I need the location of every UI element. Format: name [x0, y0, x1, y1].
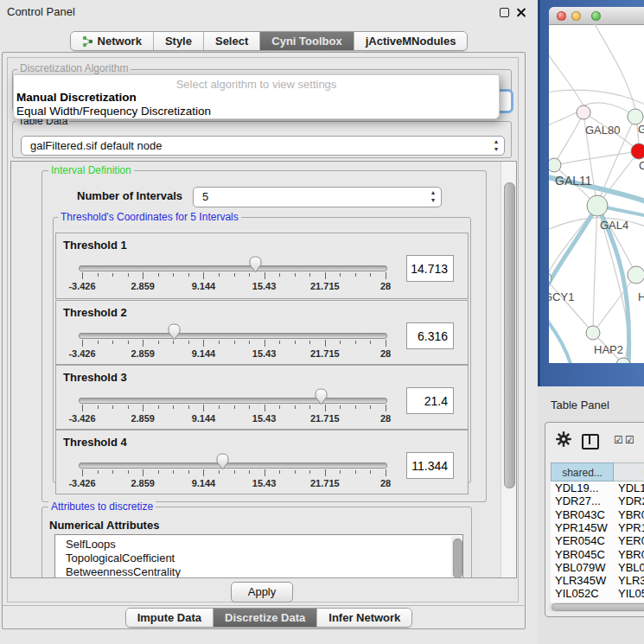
table-row[interactable]: YER054CYER054C	[551, 534, 644, 547]
network-view-window: GAL80GACGAL11GAL4GCY1HHAP2	[549, 7, 644, 363]
slider-tick	[158, 470, 159, 474]
node-gal80[interactable]	[577, 105, 590, 119]
threshold-slider-thumb[interactable]	[168, 323, 181, 341]
bottom-tab-label: Impute Data	[137, 611, 201, 624]
threshold-panel: Threshold 1-3.4262.8599.14415.4321.71528…	[55, 233, 469, 299]
column-header-name[interactable]: name	[614, 462, 644, 481]
slider-tick	[249, 470, 250, 474]
split-view-icon[interactable]	[582, 434, 599, 450]
algorithm-option-equal-width-frequency[interactable]: Equal Width/Frequency Discretization	[16, 105, 211, 118]
numerical-attributes-list[interactable]: SelfLoopsTopologicalCoefficientBetweenne…	[54, 534, 463, 578]
number-of-intervals-spinner[interactable]: 5 ▴▾	[193, 187, 442, 207]
slider-tick	[340, 273, 341, 277]
slider-tick	[325, 469, 326, 476]
tab-style[interactable]: Style	[154, 32, 204, 50]
slider-tick	[219, 341, 220, 344]
node-right[interactable]	[628, 266, 644, 284]
tab-select[interactable]: Select	[204, 32, 260, 50]
threshold-label: Threshold 4	[63, 436, 127, 449]
attributes-scrollbar[interactable]	[451, 536, 462, 578]
table-row[interactable]: YBL079WYBL079W	[551, 561, 644, 574]
list-item[interactable]: TopologicalCoefficient	[66, 552, 175, 564]
table-horizontal-scrollbar[interactable]	[549, 603, 644, 612]
slider-tick	[112, 405, 113, 409]
threshold-value-field[interactable]: 21.4	[406, 387, 454, 414]
table-row[interactable]: YBR045CYBR045C	[551, 548, 644, 561]
table-row[interactable]: YLR345WYLR345W	[551, 574, 644, 587]
tab-cyni-toolbox[interactable]: Cyni Toolbox	[260, 32, 354, 50]
slider-tick	[128, 341, 129, 344]
gear-icon[interactable]	[556, 431, 571, 447]
bottom-tab-impute-data[interactable]: Impute Data	[126, 609, 214, 627]
slider-tick	[340, 405, 341, 409]
table-row[interactable]: YDL19...YDL19...	[551, 481, 644, 494]
slider-tick	[234, 273, 235, 277]
slider-tick	[279, 405, 280, 409]
threshold-slider-track[interactable]	[79, 462, 387, 469]
node-gal11[interactable]	[549, 158, 561, 172]
network-edge-highlighted	[549, 206, 597, 296]
slider-tick	[340, 341, 341, 344]
threshold-value-field[interactable]: 14.713	[406, 255, 454, 282]
threshold-slider-track[interactable]	[79, 265, 387, 271]
slider-tick	[203, 340, 204, 347]
checkbox-checked-icon[interactable]: ☑	[614, 434, 623, 446]
threshold-slider-track[interactable]	[79, 398, 387, 404]
table-cell-name: YDR27...	[618, 494, 644, 507]
list-item[interactable]: BetweennessCentrality	[66, 565, 181, 578]
top-tab-bar: NetworkStyleSelectCyni ToolboxjActiveMNo…	[0, 31, 538, 51]
node-red[interactable]	[631, 143, 644, 159]
table-row[interactable]: YBR043CYBR043C	[551, 508, 644, 521]
slider-tick	[386, 469, 386, 476]
slider-tick-label: 2.859	[117, 478, 169, 488]
column-header-shared-name[interactable]: shared...	[551, 462, 614, 481]
table-data-combobox[interactable]: galFiltered.sif default node ▴▾	[21, 136, 505, 156]
list-item[interactable]: SelfLoops	[66, 538, 116, 551]
slider-tick	[386, 405, 386, 411]
table-cell-shared-name: YDL19...	[555, 481, 599, 494]
threshold-slider-thumb[interactable]	[249, 256, 262, 273]
slider-tick-label: 28	[360, 478, 411, 488]
bottom-tab-infer-network[interactable]: Infer Network	[317, 609, 411, 627]
slider-tick-label: 2.859	[117, 281, 169, 291]
slider-tick-label: 15.43	[239, 413, 290, 424]
table-row[interactable]: YDR27...YDR27...	[551, 494, 644, 507]
algorithm-popup-prompt: Select algorithm to view settings	[14, 78, 499, 91]
threshold-slider-track[interactable]	[79, 333, 387, 339]
checkbox-checked-icon[interactable]: ☑	[625, 434, 634, 446]
network-canvas[interactable]: GAL80GACGAL11GAL4GCY1HHAP2	[549, 24, 644, 363]
slider-tick	[249, 405, 250, 409]
slider-tick	[219, 405, 220, 409]
node-hap2[interactable]	[586, 326, 600, 340]
table-row[interactable]: YPR145WYPR145W	[551, 521, 644, 534]
table-row[interactable]: YIL052CYIL052C	[551, 587, 644, 600]
slider-tick	[370, 273, 371, 277]
tab-network[interactable]: Network	[71, 32, 154, 50]
close-icon[interactable]	[516, 8, 526, 17]
network-edge	[593, 206, 597, 333]
threshold-value-field[interactable]: 11.344	[406, 452, 454, 479]
threshold-slider-thumb[interactable]	[216, 453, 229, 470]
tab-jactivemnodules[interactable]: jActiveMNodules	[354, 32, 468, 50]
threshold-value-field[interactable]: 6.316	[406, 322, 454, 349]
zoom-traffic-light[interactable]	[591, 11, 601, 21]
vertical-scrollbar[interactable]	[501, 162, 516, 577]
close-traffic-light[interactable]	[557, 11, 566, 21]
minimize-traffic-light[interactable]	[571, 11, 581, 21]
float-window-icon[interactable]	[500, 8, 509, 17]
slider-tick	[98, 341, 99, 344]
algorithm-option-manual-discretization[interactable]: Manual Discretization	[16, 91, 137, 104]
vertical-scrollbar-thumb[interactable]	[504, 182, 515, 488]
network-edge	[549, 41, 583, 105]
slider-tick	[82, 405, 83, 411]
slider-tick-label: -3.426	[56, 413, 108, 424]
node-label-c: C	[639, 159, 644, 172]
slider-tick-label: 2.859	[117, 413, 169, 424]
slider-tick-label: 28	[360, 281, 411, 291]
network-edge-highlighted	[549, 314, 571, 363]
node-gal4[interactable]	[587, 195, 608, 216]
bottom-tab-discretize-data[interactable]: Discretize Data	[214, 609, 317, 627]
apply-button[interactable]: Apply	[231, 582, 293, 603]
table-cell-shared-name: YLR345W	[555, 574, 606, 587]
threshold-slider-thumb[interactable]	[315, 388, 328, 405]
